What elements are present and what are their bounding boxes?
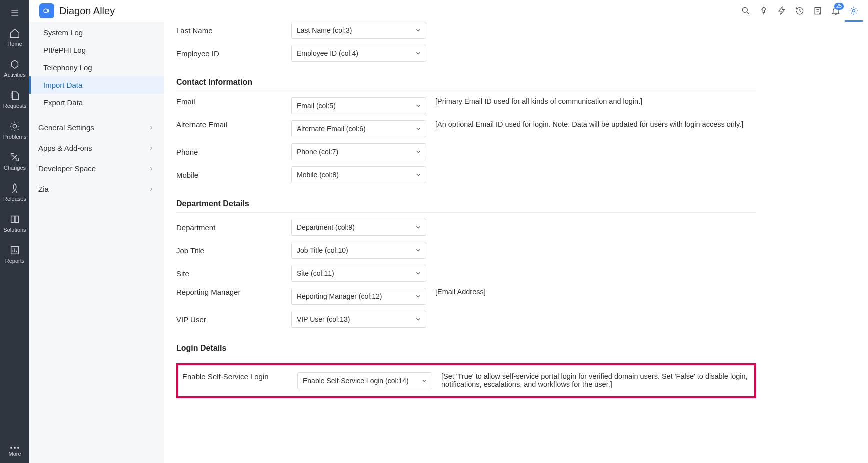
hint-enable-self-service-login: [Set 'True' to allow self-service portal… [432, 372, 750, 388]
row-reporting-manager: Reporting Manager Reporting Manager (col… [176, 288, 756, 305]
select-site[interactable]: Site (col:11) [291, 265, 426, 282]
chevron-down-icon [421, 378, 428, 384]
topbar: Diagon Alley 25 [29, 0, 868, 22]
section-title-dept: Department Details [176, 200, 756, 213]
svg-line-10 [747, 12, 749, 14]
settings-icon[interactable] [845, 2, 863, 20]
label-mobile: Mobile [176, 171, 291, 180]
history-icon[interactable] [791, 2, 809, 20]
primary-nav: Home Activities Requests Problems Change… [0, 0, 29, 463]
chevron-down-icon [415, 126, 422, 132]
sidebar-item-system-log[interactable]: System Log [29, 24, 164, 42]
label-site: Site [176, 270, 291, 278]
select-value: Reporting Manager (col:12) [297, 292, 382, 300]
nav-more[interactable]: More [0, 441, 29, 463]
select-alt-email[interactable]: Alternate Email (col:6) [291, 120, 426, 138]
hint-reporting-manager: [Email Address] [426, 288, 756, 296]
select-value: Employee ID (col:4) [297, 50, 358, 58]
nav-solutions-label: Solutions [3, 227, 26, 233]
sidebar-item-export-data[interactable]: Export Data [29, 94, 164, 112]
row-employee-id: Employee ID Employee ID (col:4) [176, 45, 756, 62]
sidebar-section-developer-space[interactable]: Developer Space [29, 158, 164, 179]
sidebar-section-label: Developer Space [38, 164, 96, 173]
nav-releases[interactable]: Releases [0, 177, 29, 208]
chevron-down-icon [415, 27, 422, 34]
row-enable-self-service-login: Enable Self-Service Login Enable Self-Se… [182, 372, 750, 390]
select-value: Job Title (col:10) [297, 246, 348, 254]
nav-problems-label: Problems [3, 134, 26, 140]
select-department[interactable]: Department (col:9) [291, 219, 426, 236]
chevron-down-icon [415, 224, 422, 231]
select-last-name[interactable]: Last Name (col:3) [291, 22, 426, 39]
label-phone: Phone [176, 148, 291, 156]
chevron-down-icon [415, 247, 422, 254]
label-reporting-manager: Reporting Manager [176, 288, 291, 296]
label-employee-id: Employee ID [176, 50, 291, 58]
notif-badge: 25 [834, 3, 844, 10]
svg-point-15 [853, 10, 855, 12]
select-vip-user[interactable]: VIP User (col:13) [291, 311, 426, 328]
select-phone[interactable]: Phone (col:7) [291, 144, 426, 160]
nav-releases-label: Releases [3, 196, 26, 202]
nav-reports[interactable]: Reports [0, 239, 29, 270]
svg-point-8 [44, 9, 48, 13]
nav-home[interactable]: Home [0, 22, 29, 53]
select-value: Enable Self-Service Login (col:14) [303, 377, 409, 385]
sidebar-section-label: Zia [38, 185, 49, 194]
nav-home-label: Home [7, 41, 22, 47]
hint-alt-email: [An optional Email ID used for login. No… [426, 120, 756, 128]
select-email[interactable]: Email (col:5) [291, 98, 426, 114]
chevron-right-icon [148, 186, 154, 192]
select-value: Phone (col:7) [297, 148, 338, 156]
chevron-right-icon [148, 125, 154, 131]
sidebar-item-telephony-log[interactable]: Telephony Log [29, 59, 164, 76]
label-vip-user: VIP User [176, 316, 291, 324]
select-job-title[interactable]: Job Title (col:10) [291, 242, 426, 259]
nav-solutions[interactable]: Solutions [0, 208, 29, 239]
select-mobile[interactable]: Mobile (col:8) [291, 166, 426, 184]
row-email: Email Email (col:5) [Primary Email ID us… [176, 98, 756, 114]
chevron-down-icon [415, 148, 422, 156]
nav-activities-label: Activities [4, 72, 25, 78]
sidebar-section-label: General Settings [38, 124, 94, 132]
nav-requests[interactable]: Requests [0, 84, 29, 115]
sidebar-item-pii-log[interactable]: PII/ePHI Log [29, 42, 164, 59]
main-content: Last Name Last Name (col:3) Employee ID … [164, 22, 868, 463]
section-title-contact: Contact Information [176, 78, 756, 92]
notifications-icon[interactable]: 25 [827, 2, 845, 20]
sidebar-section-general-settings[interactable]: General Settings [29, 118, 164, 138]
select-enable-self-service-login[interactable]: Enable Self-Service Login (col:14) [297, 372, 432, 390]
label-email: Email [176, 98, 291, 106]
sidebar-section-zia[interactable]: Zia [29, 179, 164, 200]
search-icon[interactable] [737, 2, 755, 20]
menu-toggle[interactable] [0, 4, 29, 22]
nav-changes[interactable]: Changes [0, 146, 29, 177]
brand[interactable]: Diagon Alley [39, 4, 115, 18]
label-last-name: Last Name [176, 26, 291, 35]
pin-icon[interactable] [755, 2, 773, 20]
row-last-name: Last Name Last Name (col:3) [176, 22, 756, 39]
label-job-title: Job Title [176, 246, 291, 255]
chevron-down-icon [415, 293, 422, 300]
select-value: Alternate Email (col:6) [297, 125, 366, 133]
select-value: Last Name (col:3) [297, 26, 352, 34]
select-value: VIP User (col:13) [297, 316, 350, 324]
bolt-icon[interactable] [773, 2, 791, 20]
chevron-down-icon [415, 316, 422, 323]
row-job-title: Job Title Job Title (col:10) [176, 242, 756, 259]
note-icon[interactable] [809, 2, 827, 20]
row-mobile: Mobile Mobile (col:8) [176, 166, 756, 184]
nav-activities[interactable]: Activities [0, 53, 29, 84]
sidebar-section-apps-addons[interactable]: Apps & Add-ons [29, 138, 164, 158]
select-employee-id[interactable]: Employee ID (col:4) [291, 45, 426, 62]
row-department: Department Department (col:9) [176, 219, 756, 236]
nav-more-label: More [8, 451, 21, 457]
sidebar-item-import-data[interactable]: Import Data [29, 76, 164, 94]
more-icon [10, 447, 19, 449]
chevron-down-icon [415, 50, 422, 57]
nav-problems[interactable]: Problems [0, 115, 29, 146]
brand-name: Diagon Alley [59, 6, 115, 17]
row-vip-user: VIP User VIP User (col:13) [176, 311, 756, 328]
select-reporting-manager[interactable]: Reporting Manager (col:12) [291, 288, 426, 305]
label-enable-self-service-login: Enable Self-Service Login [182, 372, 297, 381]
